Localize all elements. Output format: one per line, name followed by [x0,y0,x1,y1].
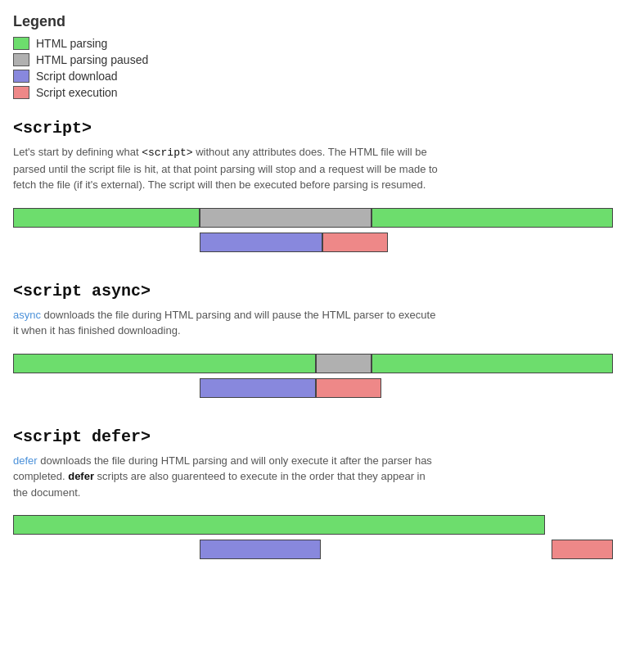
section-script-defer: <script defer> defer downloads the file … [13,427,631,570]
legend-label-html-parsing: HTML parsing [36,37,107,50]
legend-section: Legend HTML parsing HTML parsing paused … [13,13,631,99]
legend-item-script-download: Script download [13,70,631,83]
defer-keyword: defer [13,454,38,467]
legend-color-html-parsing-paused [13,53,29,66]
legend-item-script-execution: Script execution [13,86,631,99]
legend-item-html-parsing: HTML parsing [13,37,631,50]
bar-defer-script-download [200,540,321,559]
bar-defer-script-execution [552,540,613,559]
legend-color-script-execution [13,86,29,99]
diagram-script [13,205,619,262]
diagram-script-async [13,350,619,408]
section-script-async-desc: async downloads the file during HTML par… [13,307,439,339]
bar-script-execution [322,233,388,252]
section-script-defer-title: <script defer> [13,427,631,446]
legend-item-html-parsing-paused: HTML parsing paused [13,53,631,66]
bar-html-parse-left [13,208,200,228]
section-script: <script> Let's start by defining what <s… [13,119,631,262]
section-script-async: <script async> async downloads the file … [13,282,631,408]
bar-script-download [200,233,322,252]
bar-async-script-execution [316,378,381,398]
bar-html-parse-right [372,208,613,228]
diagram-script-defer [13,512,619,569]
section-script-desc: Let's start by defining what <script> wi… [13,144,439,193]
section-script-async-title: <script async> [13,282,631,300]
section-script-defer-desc: defer downloads the file during HTML par… [13,453,439,501]
legend-label-script-execution: Script execution [36,86,118,99]
legend-color-script-download [13,70,29,83]
bar-async-html-parse-paused [316,354,372,373]
bar-defer-html-parse [13,515,545,535]
legend-label-html-parsing-paused: HTML parsing paused [36,53,148,66]
legend-title: Legend [13,13,631,30]
legend-label-script-download: Script download [36,70,118,83]
bar-async-html-parse-left [13,354,316,373]
bar-async-html-parse-right [372,354,613,373]
section-script-title: <script> [13,119,631,138]
code-script-inline: <script> [142,147,192,159]
defer-keyword-bold: defer [68,470,94,482]
async-keyword: async [13,309,41,321]
bar-html-parse-paused [200,208,372,228]
legend-color-html-parsing [13,37,29,50]
bar-async-script-download [200,378,316,398]
